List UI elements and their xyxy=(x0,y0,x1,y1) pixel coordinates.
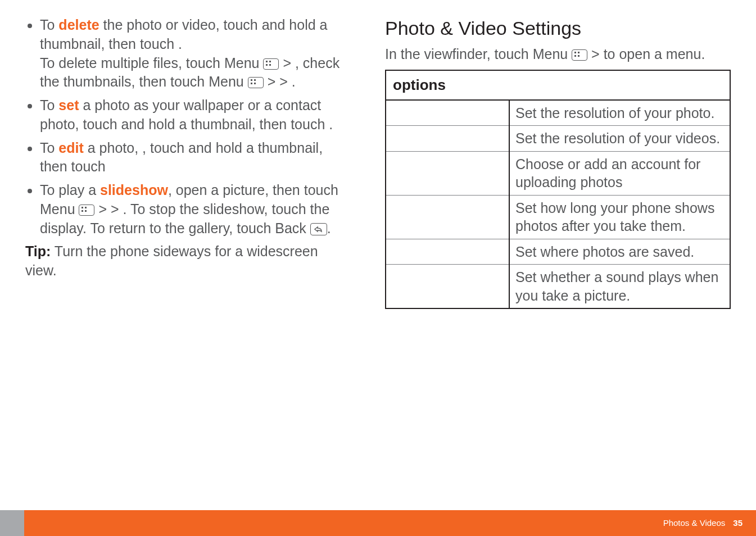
option-desc: Set the resolution of your photo. xyxy=(509,100,730,126)
option-label xyxy=(386,239,509,265)
footer-section: Photos & Videos xyxy=(663,518,726,528)
text: > xyxy=(264,74,280,89)
text: > xyxy=(279,74,292,89)
footer-page: 35 xyxy=(733,518,743,528)
keyword-delete: delete xyxy=(58,17,99,33)
table-row: Set whether a sound plays when you take … xyxy=(386,265,730,309)
keyword-set: set xyxy=(58,97,79,113)
tip-text: Turn the phone sideways for a widescreen… xyxy=(25,243,318,278)
keyword-edit: edit xyxy=(58,140,83,156)
back-icon xyxy=(310,223,327,235)
text: to open a menu. xyxy=(604,46,705,62)
option-label xyxy=(386,151,509,195)
text: . xyxy=(178,36,182,52)
text: . xyxy=(292,74,296,89)
table-row: Choose or add an account for uploading p… xyxy=(386,151,730,195)
section-intro: In the viewfinder, touch Menu > to open … xyxy=(385,45,731,64)
menu-icon xyxy=(263,58,279,70)
option-label xyxy=(386,265,509,309)
tip-label: Tip: xyxy=(25,243,51,259)
option-desc: Set whether a sound plays when you take … xyxy=(509,265,730,309)
text: To xyxy=(40,17,58,33)
table-row: Set how long your phone shows photos aft… xyxy=(386,195,730,239)
table-row: Set the resolution of your videos. xyxy=(386,126,730,152)
tip-paragraph: Tip: Turn the phone sideways for a wides… xyxy=(25,242,351,280)
option-label xyxy=(386,195,509,239)
text: In the viewfinder, touch Menu xyxy=(385,46,572,62)
text: To xyxy=(40,97,58,113)
list-item: To play a slideshow, open a picture, the… xyxy=(40,181,351,238)
option-desc: Choose or add an account for uploading p… xyxy=(509,151,730,195)
options-header: options xyxy=(386,70,730,100)
keyword-slideshow: slideshow xyxy=(100,182,168,198)
menu-icon xyxy=(79,205,94,216)
option-desc: Set where photos are saved. xyxy=(509,239,730,265)
table-row: Set the resolution of your photo. xyxy=(386,100,730,126)
text: > xyxy=(111,201,123,217)
footer-main: Photos & Videos35 xyxy=(24,510,756,536)
menu-icon xyxy=(572,49,587,61)
list-item: To edit a photo, , touch and hold a thum… xyxy=(40,139,351,177)
text: To xyxy=(40,140,58,156)
footer-text: Photos & Videos35 xyxy=(663,518,743,528)
text: > xyxy=(279,55,295,71)
text: To play a xyxy=(40,182,100,198)
section-title: Photo & Video Settings xyxy=(385,16,731,42)
text: > xyxy=(94,201,111,217)
footer-accent xyxy=(0,510,24,536)
option-label xyxy=(386,100,509,126)
text: . xyxy=(329,116,333,132)
menu-icon xyxy=(248,77,264,88)
text: a photo as your wallpaper or a contact p… xyxy=(40,97,329,132)
table-row: Set where photos are saved. xyxy=(386,239,730,265)
footer-bar: Photos & Videos35 xyxy=(0,510,756,536)
list-item: To set a photo as your wallpaper or a co… xyxy=(40,96,351,134)
option-desc: Set how long your phone shows photos aft… xyxy=(509,195,730,239)
list-item: To delete the photo or video, touch and … xyxy=(40,16,351,92)
text: > xyxy=(587,46,604,62)
options-table: options Set the resolution of your photo… xyxy=(385,70,731,310)
option-desc: Set the resolution of your videos. xyxy=(509,126,730,152)
text: To delete multiple files, touch Menu xyxy=(40,55,263,71)
text: . xyxy=(327,220,331,236)
instruction-list: To delete the photo or video, touch and … xyxy=(25,16,351,238)
option-label xyxy=(386,126,509,152)
